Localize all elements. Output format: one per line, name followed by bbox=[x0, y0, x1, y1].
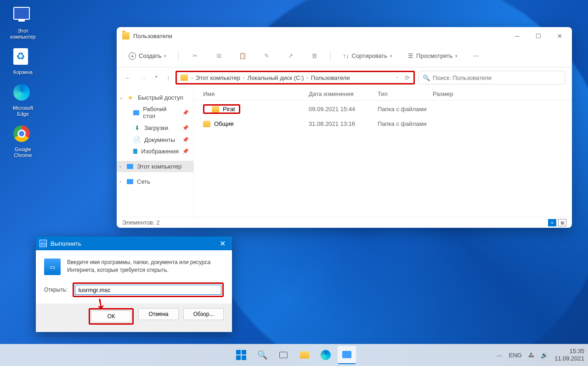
minimize-button[interactable]: ─ bbox=[507, 28, 528, 43]
file-list: Имя Дата изменения Тип Размер Pirat 09.0… bbox=[194, 88, 572, 217]
desktop-icon-label: Корзина bbox=[7, 69, 39, 75]
run-icon bbox=[342, 351, 351, 358]
file-date: 31.08.2021 13:16 bbox=[309, 120, 378, 127]
nav-up-button[interactable]: ↑ bbox=[165, 73, 172, 83]
file-name: Pirat bbox=[223, 106, 235, 113]
breadcrumb[interactable]: Локальный диск (C:) bbox=[245, 73, 305, 82]
desktop-icon bbox=[133, 110, 139, 115]
run-input[interactable] bbox=[75, 285, 221, 295]
windows-icon bbox=[236, 350, 246, 360]
sidebar-item-quick-access[interactable]: ⌄ ★ Быстрый доступ bbox=[117, 91, 193, 103]
details-view-button[interactable]: ≡ bbox=[548, 219, 556, 226]
sidebar-item-desktop[interactable]: Рабочий стол 📌 bbox=[117, 103, 193, 122]
nav-back-button[interactable]: ← bbox=[123, 73, 133, 83]
network-icon[interactable]: 🖧 bbox=[528, 352, 534, 359]
cancel-button[interactable]: Отмена bbox=[138, 308, 179, 320]
grid-view-button[interactable]: ▦ bbox=[558, 219, 566, 226]
sidebar-label: Рабочий стол bbox=[143, 106, 179, 119]
chevron-right-icon[interactable]: › bbox=[119, 179, 121, 184]
chevron-down-icon[interactable]: ⌄ bbox=[396, 74, 399, 81]
search-icon: 🔍 bbox=[257, 350, 267, 360]
svg-rect-0 bbox=[236, 350, 241, 355]
nav-recent-button[interactable]: ▾ bbox=[153, 73, 159, 83]
status-bar: Элементов: 2 ≡ ▦ bbox=[117, 217, 572, 228]
column-header-date[interactable]: Дата изменения bbox=[309, 90, 378, 97]
delete-button[interactable]: 🗑 bbox=[305, 49, 324, 63]
pin-icon: 📌 bbox=[182, 137, 189, 143]
paste-icon: 📋 bbox=[238, 52, 247, 60]
tray-chevron-up-icon[interactable]: ︿ bbox=[497, 351, 503, 359]
clock-time: 15:35 bbox=[554, 348, 584, 355]
cut-button[interactable]: ✂ bbox=[185, 49, 204, 63]
copy-icon: ⧉ bbox=[215, 52, 223, 60]
maximize-button[interactable]: ☐ bbox=[528, 28, 549, 43]
breadcrumb[interactable]: Этот компьютер bbox=[194, 73, 242, 82]
share-button[interactable]: ↗ bbox=[281, 49, 300, 63]
clock[interactable]: 15:35 11.09.2021 bbox=[554, 348, 584, 362]
close-button[interactable]: ✕ bbox=[549, 28, 570, 43]
chevron-down-icon[interactable]: ⌄ bbox=[119, 95, 123, 100]
rename-button[interactable]: ✎ bbox=[257, 49, 276, 63]
new-label: Создать bbox=[139, 52, 161, 59]
desktop-icon-recycle-bin[interactable]: Корзина bbox=[7, 48, 39, 75]
search-box[interactable]: 🔍 bbox=[418, 71, 565, 84]
column-header-size[interactable]: Размер bbox=[433, 90, 469, 97]
search-input[interactable] bbox=[433, 74, 561, 81]
search-button[interactable]: 🔍 bbox=[253, 346, 271, 364]
breadcrumb[interactable]: Пользователи bbox=[309, 73, 352, 82]
view-button[interactable]: ☰ Просмотреть ▾ bbox=[402, 50, 463, 62]
task-view-button[interactable] bbox=[274, 346, 293, 364]
run-icon: ▭ bbox=[40, 240, 47, 247]
run-titlebar: ▭ Выполнить ✕ bbox=[36, 236, 232, 250]
desktop-icon-edge[interactable]: Microsoft Edge bbox=[7, 84, 39, 117]
pin-icon: 📌 bbox=[182, 110, 189, 116]
sidebar-item-this-pc[interactable]: › Этот компьютер bbox=[117, 161, 193, 172]
nav-forward-button[interactable]: → bbox=[138, 73, 148, 83]
list-header: Имя Дата изменения Тип Размер bbox=[194, 88, 572, 101]
sidebar-item-documents[interactable]: 📄 Документы 📌 bbox=[117, 134, 193, 146]
language-indicator[interactable]: ENG bbox=[509, 352, 522, 359]
sidebar-label: Документы bbox=[144, 136, 175, 143]
explorer-sidebar: ⌄ ★ Быстрый доступ Рабочий стол 📌 ⬇ Загр… bbox=[117, 88, 194, 217]
desktop-icon-this-pc[interactable]: Этот компьютер bbox=[7, 7, 39, 40]
document-icon: 📄 bbox=[133, 136, 141, 143]
taskbar-run[interactable] bbox=[338, 346, 356, 364]
desktop-icon-label: Этот компьютер bbox=[7, 28, 39, 40]
column-header-name[interactable]: Имя bbox=[194, 90, 309, 97]
ok-button[interactable]: ОК bbox=[91, 310, 131, 322]
new-button[interactable]: + Создать ▾ bbox=[123, 50, 172, 62]
sidebar-item-network[interactable]: › Сеть bbox=[117, 176, 193, 187]
svg-rect-3 bbox=[242, 355, 246, 360]
pin-icon: 📌 bbox=[182, 125, 189, 131]
sidebar-label: Этот компьютер bbox=[137, 163, 181, 170]
more-button[interactable]: ⋯ bbox=[468, 50, 485, 62]
taskbar: 🔍 ︿ ENG 🖧 🔊 15:35 11.09.2021 bbox=[0, 344, 588, 366]
desktop-icon-chrome[interactable]: Google Chrome bbox=[7, 125, 39, 158]
crumb-separator: › bbox=[242, 75, 245, 80]
refresh-button[interactable]: ⟳ bbox=[405, 74, 410, 81]
close-button[interactable]: ✕ bbox=[217, 239, 228, 248]
sidebar-item-pictures[interactable]: Изображения 📌 bbox=[117, 146, 193, 157]
sidebar-item-downloads[interactable]: ⬇ Загрузки 📌 bbox=[117, 122, 193, 134]
copy-button[interactable]: ⧉ bbox=[209, 49, 228, 63]
pin-icon: 📌 bbox=[182, 148, 189, 154]
sort-button[interactable]: ↑↓ Сортировать ▾ bbox=[337, 50, 398, 62]
taskbar-explorer[interactable] bbox=[295, 346, 314, 364]
browse-button[interactable]: Обзор... bbox=[183, 308, 224, 320]
pc-icon bbox=[13, 7, 30, 20]
folder-icon bbox=[122, 32, 130, 39]
file-row[interactable]: Pirat 09.09.2021 15:44 Папка с файлами bbox=[194, 101, 572, 118]
paste-button[interactable]: 📋 bbox=[233, 49, 252, 63]
taskbar-edge[interactable] bbox=[317, 346, 335, 364]
column-header-type[interactable]: Тип bbox=[378, 90, 433, 97]
desktop-icon-label: Google Chrome bbox=[7, 146, 39, 158]
chevron-right-icon[interactable]: › bbox=[119, 164, 121, 169]
file-row[interactable]: Общие 31.08.2021 13:16 Папка с файлами bbox=[194, 118, 572, 130]
sidebar-label: Загрузки bbox=[144, 124, 168, 131]
pictures-icon bbox=[133, 149, 137, 154]
run-dialog: ▭ Выполнить ✕ ▭ Введите имя программы, п… bbox=[36, 236, 232, 332]
start-button[interactable] bbox=[232, 346, 250, 364]
plus-icon: + bbox=[129, 52, 136, 60]
volume-icon[interactable]: 🔊 bbox=[541, 352, 548, 359]
address-bar[interactable]: › Этот компьютер › Локальный диск (C:) ›… bbox=[175, 71, 415, 84]
